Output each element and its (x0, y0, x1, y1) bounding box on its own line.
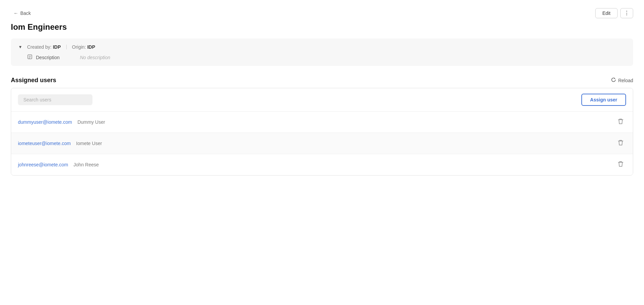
description-icon (27, 54, 33, 61)
chevron-toggle-button[interactable]: ▼ (18, 44, 23, 50)
top-actions: Edit ⋮ (595, 8, 633, 18)
table-row: johnreese@iomete.com John Reese (11, 154, 633, 175)
trash-icon (618, 141, 623, 147)
delete-user-button[interactable] (615, 117, 626, 127)
info-meta: Created by: IDP Origin: IDP (27, 44, 95, 50)
user-info: johnreese@iomete.com John Reese (18, 162, 99, 167)
delete-user-button[interactable] (615, 160, 626, 170)
trash-icon (618, 162, 623, 168)
more-options-button[interactable]: ⋮ (620, 8, 633, 18)
trash-icon (618, 120, 623, 125)
edit-button[interactable]: Edit (595, 8, 618, 18)
section-title: Assigned users (11, 77, 56, 84)
back-arrow-icon: ← (14, 10, 18, 16)
origin-label: Origin: IDP (72, 44, 95, 50)
top-bar: ← Back Edit ⋮ (11, 8, 633, 18)
table-row: iometeuser@iomete.com Iomete User (11, 133, 633, 154)
reload-button[interactable]: Reload (611, 77, 633, 84)
delete-user-button[interactable] (615, 138, 626, 148)
user-info: iometeuser@iomete.com Iomete User (18, 141, 102, 146)
description-value: No description (80, 55, 110, 60)
description-row: Description No description (18, 54, 626, 61)
user-name: Iomete User (76, 141, 102, 146)
info-section: ▼ Created by: IDP Origin: IDP (11, 39, 633, 66)
search-input[interactable] (18, 94, 92, 105)
back-label: Back (20, 10, 31, 16)
page-title: Iom Engineers (11, 22, 633, 32)
section-header: Assigned users Reload (11, 77, 633, 84)
page-container: ← Back Edit ⋮ Iom Engineers ▼ Created by… (0, 0, 644, 305)
user-name: John Reese (73, 162, 99, 167)
user-email[interactable]: johnreese@iomete.com (18, 162, 68, 167)
back-button[interactable]: ← Back (11, 9, 34, 17)
user-name: Dummy User (78, 119, 105, 125)
user-email[interactable]: dummyuser@iomete.com (18, 119, 72, 125)
user-info: dummyuser@iomete.com Dummy User (18, 119, 105, 125)
table-toolbar: Assign user (11, 88, 633, 112)
user-email[interactable]: iometeuser@iomete.com (18, 141, 71, 146)
reload-icon (611, 77, 616, 84)
created-by-label: Created by: IDP (27, 44, 61, 50)
reload-label: Reload (618, 78, 633, 83)
meta-divider (66, 45, 67, 49)
users-table-container: Assign user dummyuser@iomete.com Dummy U… (11, 88, 633, 175)
assign-user-button[interactable]: Assign user (581, 94, 626, 106)
description-label: Description (36, 55, 77, 60)
table-row: dummyuser@iomete.com Dummy User (11, 112, 633, 133)
assigned-users-section: Assigned users Reload Assign user (11, 77, 633, 175)
info-header: ▼ Created by: IDP Origin: IDP (18, 44, 626, 50)
